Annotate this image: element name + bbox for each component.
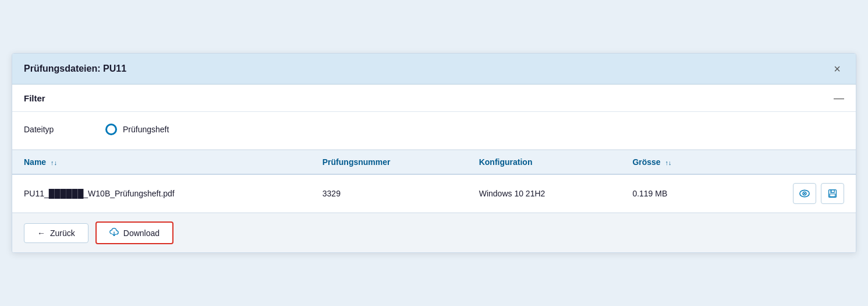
- back-button[interactable]: ← Zurück: [24, 223, 88, 243]
- preview-button[interactable]: [793, 183, 816, 204]
- save-button[interactable]: [821, 183, 844, 204]
- radio-pruefungsheft-label: Prüfungsheft: [123, 125, 169, 134]
- cell-actions: [728, 174, 856, 213]
- filter-body: Dateityp Prüfungsheft: [12, 112, 856, 149]
- col-header-pruefungsnummer: Prüfungsnummer: [311, 150, 467, 174]
- dialog-header: Prüfungsdateien: PU11 ×: [12, 54, 856, 85]
- download-button[interactable]: Download: [95, 221, 173, 244]
- radio-pruefungsheft[interactable]: [105, 124, 117, 135]
- groesse-sort-icon[interactable]: ↑↓: [665, 159, 672, 166]
- table-row: PU11_██████_W10B_Prüfungsheft.pdf 3329 W…: [12, 174, 856, 213]
- col-header-groesse: Grösse ↑↓: [621, 150, 728, 174]
- cell-groesse: 0.119 MB: [621, 174, 728, 213]
- cell-name: PU11_██████_W10B_Prüfungsheft.pdf: [12, 174, 311, 213]
- filter-collapse-button[interactable]: —: [834, 93, 844, 103]
- filter-header: Filter —: [12, 85, 856, 112]
- col-header-name: Name ↑↓: [12, 150, 311, 174]
- download-icon: [109, 227, 119, 238]
- svg-rect-4: [831, 190, 834, 193]
- save-icon: [828, 189, 837, 198]
- name-sort-icon[interactable]: ↑↓: [51, 159, 57, 166]
- col-header-actions: [728, 150, 856, 174]
- download-cloud-icon: [109, 227, 119, 237]
- dialog-title: Prüfungsdateien: PU11: [24, 64, 126, 74]
- svg-point-2: [804, 193, 805, 194]
- table-header-row: Name ↑↓ Prüfungsnummer Konfiguration Grö…: [12, 150, 856, 174]
- cell-pruefungsnummer: 3329: [311, 174, 467, 213]
- cell-konfiguration: Windows 10 21H2: [467, 174, 621, 213]
- eye-icon: [799, 189, 810, 198]
- radio-group-dateityp: Prüfungsheft: [105, 124, 169, 135]
- close-button[interactable]: ×: [830, 62, 844, 76]
- filter-dateityp-label: Dateityp: [24, 125, 82, 134]
- table-section: Name ↑↓ Prüfungsnummer Konfiguration Grö…: [12, 150, 856, 213]
- col-header-konfiguration: Konfiguration: [467, 150, 621, 174]
- dialog-footer: ← Zurück Download: [12, 213, 856, 252]
- filter-label: Filter: [24, 93, 45, 103]
- back-icon: ←: [37, 228, 45, 238]
- files-table: Name ↑↓ Prüfungsnummer Konfiguration Grö…: [12, 150, 856, 213]
- dialog: Prüfungsdateien: PU11 × Filter — Dateity…: [12, 53, 856, 253]
- filter-section: Filter — Dateityp Prüfungsheft: [12, 85, 856, 150]
- svg-rect-5: [830, 194, 835, 197]
